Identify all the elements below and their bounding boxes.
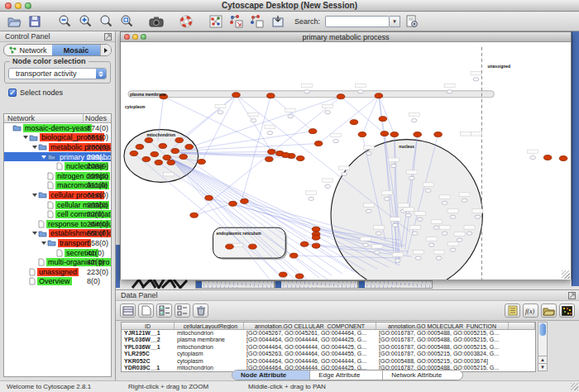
network-canvas[interactable]: plasma membranecytoplasmmitochondrionnuc… (121, 42, 571, 280)
network-copy-icon[interactable] (227, 13, 246, 30)
network-node[interactable] (390, 132, 399, 137)
background-window-fragment[interactable] (195, 280, 275, 289)
tab-overflow-button[interactable] (100, 45, 111, 55)
attribute-select[interactable]: transporter activity (8, 68, 107, 79)
expander-icon[interactable] (31, 232, 38, 235)
matrix-icon[interactable] (559, 304, 575, 318)
col-region[interactable]: _cellularLayoutRegion (175, 323, 244, 329)
network-edge[interactable] (194, 97, 341, 215)
network-node[interactable] (185, 145, 194, 150)
network-node[interactable] (314, 141, 323, 146)
search-dropdown-button[interactable]: ▾ (390, 16, 400, 27)
network-node-unselected[interactable] (428, 243, 434, 246)
network-edge[interactable] (236, 95, 271, 152)
network-node-unselected[interactable] (390, 164, 396, 167)
network-node-unselected[interactable] (447, 90, 452, 93)
search-options-icon[interactable] (403, 13, 421, 30)
tree-row[interactable]: response to stimulu264(0) (4, 219, 111, 229)
network-window-titlebar[interactable]: primary metabolic process (121, 32, 571, 42)
network-node[interactable] (145, 138, 153, 143)
network-node[interactable] (296, 156, 304, 161)
network-edge[interactable] (134, 154, 286, 280)
new-attribute-icon[interactable] (138, 304, 154, 318)
network-node[interactable] (175, 138, 184, 143)
network-node[interactable] (267, 93, 275, 98)
tree-row[interactable]: macromolecule311(0) (4, 181, 111, 191)
network-node[interactable] (226, 244, 234, 249)
network-node[interactable] (163, 155, 171, 160)
annotation-pad-icon[interactable] (505, 304, 520, 318)
delete-attribute-icon[interactable] (193, 304, 208, 318)
zoom-out-icon[interactable] (55, 13, 74, 30)
network-edge[interactable] (341, 97, 385, 134)
network-icon[interactable] (207, 13, 225, 30)
app-resize-grip[interactable] (571, 383, 578, 390)
network-node[interactable] (380, 131, 389, 136)
tree-row[interactable]: Overview8(0) (4, 277, 111, 287)
network-node[interactable] (559, 156, 567, 161)
network-node-unselected[interactable] (267, 131, 273, 135)
table-row[interactable]: YPL036W__1mitochondrion[GO:0044464, GO:0… (122, 344, 535, 351)
network-node[interactable] (167, 160, 175, 165)
tab-network-attribute-browser[interactable]: Network Attribute Browser (383, 370, 462, 380)
network-node-unselected[interactable] (374, 251, 380, 254)
tab-network[interactable]: Network (4, 45, 52, 55)
network-node-unselected[interactable] (251, 119, 256, 122)
zoom-in-icon[interactable] (76, 13, 94, 30)
network-node[interactable] (142, 157, 151, 162)
network-node[interactable] (543, 155, 552, 160)
network-node-unselected[interactable] (409, 176, 414, 179)
network-node-unselected[interactable] (366, 209, 372, 213)
network-node[interactable] (266, 157, 274, 162)
network-node[interactable] (434, 132, 443, 137)
tree-row[interactable]: nitrogen compo209(0) (4, 171, 111, 181)
tree-row[interactable]: metabolic process280(0) (4, 142, 111, 152)
zoom-fit-icon[interactable] (97, 13, 115, 30)
tree-row[interactable]: biological_process651(0) (4, 133, 111, 143)
network-node-unselected[interactable] (392, 223, 398, 227)
tree-row[interactable]: unassigned223(0) (4, 267, 111, 277)
select-nodes-checkbox[interactable]: ✓ (8, 88, 17, 97)
network-node[interactable] (279, 272, 287, 277)
col-cellular-component[interactable]: annotation.GO CELLULAR_COMPONENT (244, 323, 376, 329)
network-node[interactable] (350, 120, 358, 125)
network-edge[interactable] (270, 96, 313, 131)
network-node[interactable] (232, 93, 241, 98)
network-node-unselected[interactable] (309, 197, 314, 200)
background-window-fragment[interactable] (275, 280, 358, 289)
table-row[interactable]: YLR295Ccytoplasm[GO:0045263, GO:0044464,… (122, 351, 535, 357)
network-node[interactable] (249, 244, 257, 249)
scroll-up-button[interactable]: ▲ (538, 356, 547, 363)
network-node-unselected[interactable] (442, 201, 447, 204)
scroll-down-button[interactable]: ▼ (538, 363, 547, 370)
network-node-unselected[interactable] (442, 232, 447, 235)
tab-mosaic[interactable]: Mosaic (52, 45, 100, 55)
network-node-unselected[interactable] (366, 151, 372, 155)
network-node[interactable] (205, 195, 213, 200)
float-panel-icon[interactable] (568, 292, 576, 299)
network-node-unselected[interactable] (395, 259, 400, 262)
network-node-unselected[interactable] (376, 232, 381, 235)
network-graph[interactable]: plasma membranecytoplasmmitochondrionnuc… (121, 42, 571, 280)
network-node-unselected[interactable] (473, 78, 479, 81)
tab-node-attribute-browser[interactable]: Node Attribute Browser (232, 370, 310, 380)
expander-icon[interactable] (31, 194, 38, 197)
network-node[interactable] (151, 152, 159, 157)
tree-row[interactable]: cell communicat22(0) (4, 209, 111, 219)
select-attributes-icon[interactable] (156, 304, 172, 318)
network-edge[interactable] (179, 144, 318, 151)
network-node-unselected[interactable] (218, 111, 223, 114)
network-edge[interactable] (362, 96, 379, 135)
attribute-table-icon[interactable] (120, 304, 136, 318)
tab-edge-attribute-browser[interactable]: Edge Attribute Browser (310, 370, 383, 380)
tree-row[interactable]: cellular metabo209(0) (4, 200, 111, 210)
open-icon[interactable] (5, 13, 23, 30)
zoom-selected-icon[interactable] (117, 13, 136, 30)
network-view-icon[interactable] (248, 13, 266, 30)
network-node-unselected[interactable] (475, 215, 481, 218)
table-row[interactable]: YJR121W__1mitochondrion[GO:0045267, GO:0… (122, 330, 535, 337)
network-edge[interactable] (194, 203, 233, 215)
search-input[interactable] (325, 16, 390, 27)
network-node[interactable] (241, 198, 249, 203)
network-node-unselected[interactable] (415, 256, 421, 260)
